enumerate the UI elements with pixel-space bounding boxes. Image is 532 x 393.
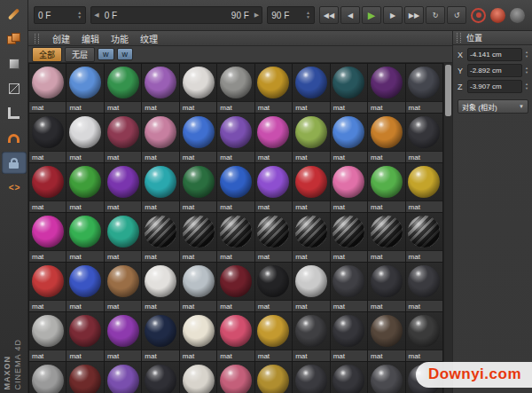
- material-item[interactable]: mat: [180, 163, 216, 212]
- axis-mode-button[interactable]: [2, 102, 27, 124]
- material-item[interactable]: mat: [66, 163, 103, 212]
- current-frame-field[interactable]: 0 F ▲ ▼: [34, 6, 86, 24]
- material-item[interactable]: mat: [293, 64, 329, 113]
- autokey-button[interactable]: [490, 8, 505, 23]
- lock-button[interactable]: [2, 152, 27, 174]
- material-item[interactable]: mat: [331, 163, 367, 212]
- material-item[interactable]: mat: [406, 312, 442, 361]
- material-item[interactable]: mat: [406, 263, 442, 311]
- material-item[interactable]: mat: [142, 213, 178, 262]
- material-item[interactable]: mat: [217, 312, 254, 361]
- end-frame-field[interactable]: 90 F ▲ ▼: [267, 6, 315, 24]
- material-item[interactable]: mat: [406, 213, 442, 262]
- material-item[interactable]: mat: [293, 362, 329, 393]
- material-item[interactable]: mat: [293, 163, 329, 212]
- material-item[interactable]: mat: [255, 263, 292, 311]
- material-item[interactable]: mat: [180, 263, 216, 311]
- material-item[interactable]: mat: [368, 64, 404, 113]
- material-item[interactable]: mat: [105, 362, 141, 393]
- material-item[interactable]: mat: [217, 362, 254, 393]
- slider-track[interactable]: 0 F 90 F: [103, 11, 251, 20]
- material-item[interactable]: mat: [368, 163, 404, 212]
- material-item[interactable]: mat: [331, 263, 367, 311]
- play-button[interactable]: ▶: [362, 6, 381, 24]
- material-item[interactable]: mat: [293, 114, 329, 162]
- material-item[interactable]: mat: [66, 213, 103, 262]
- material-item[interactable]: mat: [406, 64, 442, 113]
- material-item[interactable]: mat: [368, 312, 404, 361]
- material-item[interactable]: mat: [29, 362, 66, 393]
- material-item[interactable]: mat: [293, 213, 329, 262]
- material-item[interactable]: mat: [142, 64, 178, 113]
- coordinate-mode-dropdown[interactable]: 对象 (相对) ▼: [458, 99, 528, 114]
- material-item[interactable]: mat: [331, 64, 367, 113]
- material-item[interactable]: mat: [105, 64, 141, 113]
- panel-grip[interactable]: [35, 34, 39, 43]
- next-key-button[interactable]: ▶: [383, 6, 403, 24]
- menu-item[interactable]: 编辑: [82, 32, 99, 45]
- material-item[interactable]: mat: [368, 362, 404, 393]
- material-item[interactable]: mat: [142, 163, 178, 212]
- material-item[interactable]: mat: [217, 163, 254, 212]
- material-item[interactable]: mat: [29, 163, 66, 212]
- material-item[interactable]: mat: [255, 312, 292, 361]
- filter-button[interactable]: 全部: [32, 47, 62, 62]
- material-item[interactable]: mat: [29, 213, 66, 262]
- material-item[interactable]: mat: [66, 64, 103, 113]
- material-item[interactable]: mat: [29, 312, 66, 361]
- material-item[interactable]: mat: [180, 213, 216, 262]
- material-item[interactable]: mat: [142, 362, 178, 393]
- goto-end-button[interactable]: ▶▶: [404, 6, 424, 24]
- position-y-spinner[interactable]: ▲ ▼: [525, 67, 528, 75]
- material-item[interactable]: mat: [180, 114, 216, 162]
- material-item[interactable]: mat: [331, 362, 367, 393]
- menu-item[interactable]: 功能: [111, 32, 129, 45]
- xpresso-button[interactable]: < >: [2, 177, 27, 199]
- material-item[interactable]: mat: [66, 263, 103, 311]
- goto-start-button[interactable]: ◀◀: [319, 6, 339, 24]
- position-z-field[interactable]: -3.907 cm: [467, 80, 522, 93]
- material-item[interactable]: mat: [29, 114, 66, 162]
- end-frame-spinner[interactable]: ▲ ▼: [306, 11, 310, 20]
- filter-button[interactable]: w: [98, 48, 114, 60]
- material-item[interactable]: mat: [105, 114, 141, 162]
- material-item[interactable]: mat: [255, 163, 292, 212]
- material-item[interactable]: mat: [331, 312, 367, 361]
- snap-button[interactable]: [2, 127, 27, 149]
- material-item[interactable]: mat: [293, 312, 329, 361]
- material-item[interactable]: mat: [105, 312, 141, 361]
- material-item[interactable]: mat: [255, 114, 292, 162]
- slider-left-arrow-icon[interactable]: ◀: [94, 12, 98, 19]
- material-item[interactable]: mat: [255, 64, 292, 113]
- menu-item[interactable]: 纹理: [140, 32, 158, 45]
- material-item[interactable]: mat: [217, 64, 254, 113]
- material-item[interactable]: mat: [66, 312, 103, 361]
- scrollbar-thumb[interactable]: [445, 65, 451, 116]
- material-item[interactable]: mat: [368, 263, 404, 311]
- material-item[interactable]: mat: [217, 114, 254, 162]
- position-x-field[interactable]: -4.141 cm: [467, 48, 522, 61]
- material-item[interactable]: mat: [66, 114, 103, 162]
- menu-item[interactable]: 创建: [52, 32, 70, 45]
- model-mode-button[interactable]: [2, 28, 27, 50]
- material-item[interactable]: mat: [180, 64, 216, 113]
- position-z-spinner[interactable]: ▲ ▼: [525, 83, 528, 91]
- filter-button[interactable]: 无层: [65, 47, 95, 62]
- material-item[interactable]: mat: [406, 163, 442, 212]
- material-item[interactable]: mat: [180, 312, 216, 361]
- material-item[interactable]: mat: [142, 263, 178, 311]
- cycle-mode-button[interactable]: ↺: [447, 6, 466, 24]
- material-item[interactable]: mat: [29, 64, 66, 113]
- frame-spinner[interactable]: ▲ ▼: [77, 11, 82, 20]
- loop-mode-button[interactable]: ↻: [426, 6, 445, 24]
- material-item[interactable]: mat: [255, 213, 292, 262]
- slider-right-arrow-icon[interactable]: ▶: [254, 12, 259, 19]
- material-item[interactable]: mat: [105, 163, 141, 212]
- material-item[interactable]: mat: [66, 362, 103, 393]
- material-item[interactable]: mat: [368, 114, 404, 162]
- material-item[interactable]: mat: [142, 114, 178, 162]
- material-item[interactable]: mat: [142, 312, 178, 361]
- material-item[interactable]: mat: [368, 213, 404, 262]
- pen-tool-button[interactable]: [2, 3, 27, 25]
- panel-grip[interactable]: [457, 33, 461, 43]
